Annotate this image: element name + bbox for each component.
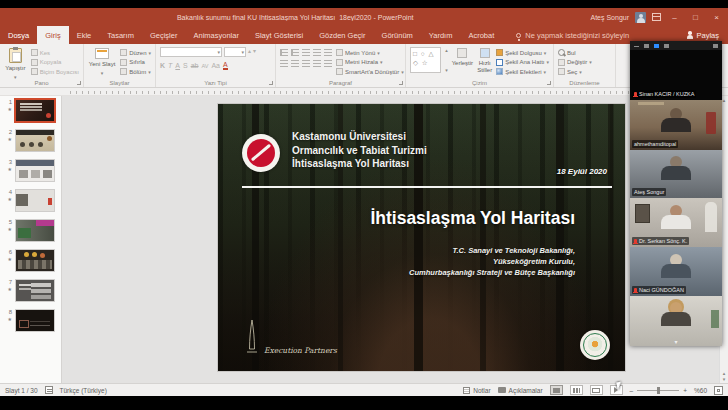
participant-tile-6[interactable]: ▾	[630, 296, 722, 346]
fit-to-window-icon[interactable]	[714, 386, 723, 395]
format-painter-button[interactable]: Biçim Boyacısı	[31, 68, 79, 75]
paste-button[interactable]: Yapıştır ▾	[4, 47, 27, 80]
participant-tile-1[interactable]: Sinan KACIR / KUZKA	[630, 50, 722, 100]
font-name-combobox[interactable]: ▾	[160, 47, 222, 57]
layout-button[interactable]: Düzen▾	[120, 49, 151, 56]
grow-font-icon[interactable]: ▴	[248, 47, 251, 57]
ribbon-display-options-icon[interactable]	[652, 13, 661, 21]
section-button[interactable]: Bölüm▾	[120, 68, 151, 75]
gallery-view-icon[interactable]	[654, 44, 659, 48]
thumbnail-slide-8[interactable]: 8★	[5, 309, 57, 332]
tab-animasyonlar[interactable]: Animasyonlar	[185, 26, 246, 44]
shrink-font-icon[interactable]: ▾	[253, 47, 256, 57]
next-slide-icon[interactable]: ▾	[723, 376, 726, 382]
font-size-combobox[interactable]: ▾	[224, 47, 246, 57]
copy-button[interactable]: Kopyala	[31, 59, 79, 66]
shapes-scroll-up-icon[interactable]: ▴	[445, 47, 448, 53]
shape-effects-button[interactable]: Şekil Efektleri▾	[496, 68, 549, 75]
tab-acrobat[interactable]: Acrobat	[460, 26, 502, 44]
zoom-slider-thumb[interactable]	[657, 387, 660, 394]
signed-in-user[interactable]: Ateş Songur	[590, 14, 629, 21]
zoom-level[interactable]: %60	[694, 387, 707, 394]
italic-button[interactable]: T	[168, 62, 172, 69]
indent-increase-icon[interactable]	[313, 49, 321, 56]
slide-sorter-button[interactable]	[570, 385, 583, 395]
scroll-nav[interactable]: ▴ ▾	[720, 370, 728, 382]
thumbnail-slide-7[interactable]: 7★	[5, 279, 57, 302]
dialog-launcher-icon[interactable]	[269, 81, 273, 85]
maximize-button[interactable]: □	[688, 13, 703, 22]
zoom-slider[interactable]	[637, 390, 679, 391]
speaker-view-icon[interactable]	[644, 44, 649, 48]
align-text-button[interactable]: Metni Hizala▾	[336, 59, 404, 66]
dialog-launcher-icon[interactable]	[399, 81, 403, 85]
reset-button[interactable]: Sıfırla	[120, 59, 151, 66]
tab-tasarim[interactable]: Tasarım	[99, 26, 142, 44]
align-left-icon[interactable]	[280, 60, 288, 67]
current-slide[interactable]: Kastamonu Üniversitesi Ormancılık ve Tab…	[218, 104, 625, 371]
line-spacing-icon[interactable]	[324, 49, 332, 56]
thumbnail-slide-2[interactable]: 2★	[5, 129, 57, 152]
tab-ekle[interactable]: Ekle	[69, 26, 100, 44]
video-call-panel[interactable]: Sinan KACIR / KUZKA ahmethamditopal Ateş…	[630, 41, 722, 346]
tell-me-search[interactable]: Ne yapmak istediğinizi söyleyin	[516, 26, 629, 44]
participant-tile-2[interactable]: ahmethamditopal	[630, 100, 722, 150]
strikethrough-button[interactable]: ab	[191, 62, 199, 69]
shape-fill-button[interactable]: Şekil Dolgusu▾	[496, 49, 549, 56]
thumbnail-slide-4[interactable]: 4★	[5, 189, 57, 212]
thumbnail-slide-6[interactable]: 6★	[5, 249, 57, 272]
bullets-icon[interactable]	[280, 49, 288, 56]
dialog-launcher-icon[interactable]	[77, 81, 81, 85]
numbering-icon[interactable]	[291, 49, 299, 56]
align-center-icon[interactable]	[291, 60, 299, 67]
reading-view-button[interactable]	[590, 385, 603, 395]
new-slide-button[interactable]: Yeni Slayt ▾	[88, 47, 116, 76]
shapes-gallery[interactable]: □ ○ △ ◇ ☆	[410, 47, 441, 73]
zoom-out-button[interactable]: –	[630, 387, 634, 394]
proofing-icon[interactable]	[45, 386, 53, 394]
shape-outline-button[interactable]: Şekil Ana Hattı▾	[496, 59, 549, 66]
character-spacing-button[interactable]: AV	[201, 63, 208, 69]
convert-smartart-button[interactable]: SmartArt'a Dönüştür▾	[336, 68, 404, 75]
dialog-launcher-icon[interactable]	[547, 81, 551, 85]
tab-gozden-gecir[interactable]: Gözden Geçir	[311, 26, 373, 44]
justify-icon[interactable]	[313, 60, 321, 67]
replace-button[interactable]: Değiştir▾	[558, 59, 592, 66]
tab-gecisler[interactable]: Geçişler	[142, 26, 186, 44]
minimize-button[interactable]: –	[667, 13, 682, 22]
shadow-button[interactable]: S	[183, 62, 188, 69]
bold-button[interactable]: K	[160, 62, 165, 69]
thumbnail-slide-3[interactable]: 3★	[5, 159, 57, 182]
thumbnail-slide-1[interactable]: 1★	[5, 99, 57, 122]
participant-tile-5[interactable]: Naci GÜNDOĞAN	[630, 247, 722, 296]
slide-canvas[interactable]: Kastamonu Üniversitesi Ormancılık ve Tab…	[62, 96, 728, 383]
language-indicator[interactable]: Türkçe (Türkiye)	[60, 387, 107, 394]
minimize-panel-icon[interactable]	[634, 46, 639, 48]
change-case-button[interactable]: Aa	[211, 62, 220, 69]
columns-icon[interactable]	[324, 60, 332, 67]
quick-styles-button[interactable]: Hızlı Stiller	[477, 47, 492, 73]
panel-options-icon[interactable]	[713, 44, 718, 48]
find-button[interactable]: Bul	[558, 49, 592, 56]
user-avatar[interactable]	[635, 12, 646, 23]
shapes-scroll-down-icon[interactable]: ▾	[445, 67, 448, 73]
notes-button[interactable]: Notlar	[463, 387, 490, 394]
text-direction-button[interactable]: Metin Yönü▾	[336, 49, 404, 56]
participant-tile-3[interactable]: Ateş Songur	[630, 150, 722, 198]
select-button[interactable]: Seç▾	[558, 68, 592, 75]
tab-gorunum[interactable]: Görünüm	[374, 26, 421, 44]
font-color-button[interactable]: A	[223, 61, 228, 70]
normal-view-button[interactable]	[550, 385, 563, 395]
underline-button[interactable]: A	[175, 62, 180, 69]
slide-thumbnail-panel[interactable]: 1★ 2★ 3★ 4★ 5★	[0, 96, 62, 383]
close-button[interactable]: ×	[709, 13, 724, 22]
tab-dosya[interactable]: Dosya	[0, 26, 37, 44]
comments-button[interactable]: Açıklamalar	[498, 387, 543, 394]
grid-view-icon[interactable]	[664, 44, 669, 48]
participant-tile-4[interactable]: Dr. Serkan Sönç. K.	[630, 198, 722, 247]
arrange-button[interactable]: Yerleştir	[452, 47, 473, 67]
zoom-in-button[interactable]: +	[683, 387, 687, 394]
tab-yardim[interactable]: Yardım	[421, 26, 461, 44]
tab-slayt-gosterisi[interactable]: Slayt Gösterisi	[247, 26, 311, 44]
thumbnail-slide-5[interactable]: 5★	[5, 219, 57, 242]
